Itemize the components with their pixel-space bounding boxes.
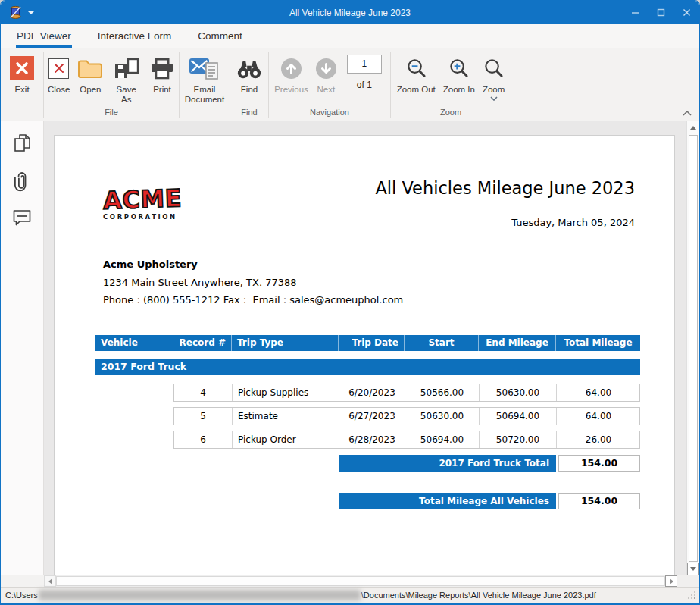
zoom-dropdown-button[interactable]: Zoom [479,51,508,101]
maximize-button[interactable] [648,1,673,24]
cell-start: 50694.00 [405,431,480,448]
ribbon-group-navigation: Previous Next 1 of 1 Navigation [269,48,390,121]
next-page-button[interactable]: Next [312,51,340,95]
email-document-button[interactable]: Email Document [180,51,230,105]
email-document-icon [189,56,220,81]
attachments-panel-button[interactable] [10,168,34,193]
vertical-scroll-thumb[interactable] [689,135,698,562]
cell-trip-type: Estimate [233,408,339,425]
header-start-mileage: Start Mileage [405,335,479,351]
group-total-value: 154.00 [558,455,640,472]
cell-total: 26.00 [557,431,640,448]
save-as-button[interactable]: Save As [107,51,145,105]
document-view-area[interactable]: ACME CORPORATION All Vehicles Mileage Ju… [44,121,686,575]
scroll-up-button[interactable] [687,121,699,134]
group-label-zoom: Zoom [391,107,511,121]
cell-start: 50630.00 [405,408,480,425]
pages-icon [13,133,32,153]
cell-end: 50630.00 [480,384,557,401]
tab-interactive-form[interactable]: Interactive Form [97,24,173,48]
ribbon-group-exit: Exit [1,48,43,121]
zoom-out-icon [405,58,427,80]
vertical-scrollbar[interactable] [686,121,699,575]
scroll-left-button[interactable] [44,575,56,587]
group-label-navigation: Navigation [269,107,390,121]
cell-record: 4 [174,384,233,401]
cell-end: 50694.00 [480,408,557,425]
cell-trip-date: 6/27/2023 [339,408,405,425]
tab-pdf-viewer[interactable]: PDF Viewer [16,24,72,48]
grand-total-row: Total Mileage All Vehicles 154.00 [339,493,640,509]
zoom-in-button[interactable]: Zoom In [439,51,479,95]
cell-trip-type: Pickup Order [233,431,339,448]
pages-panel-button[interactable] [10,131,34,155]
resize-grip[interactable] [694,597,695,599]
table-row: 4 Pickup Supplies 6/20/2023 50566.00 506… [173,384,640,402]
cell-total: 64.00 [557,384,640,401]
company-address: 1234 Main Street Anywhere, TX. 77388 [103,277,297,288]
redacted-username [39,590,361,600]
vehicle-group-band: 2017 Ford Truck [95,359,640,375]
find-button[interactable]: Find [233,51,266,95]
close-window-button[interactable] [673,1,699,24]
header-total-mileage: Total Mileage [556,335,640,351]
ribbon: Exit Close [1,48,699,121]
chevron-down-icon [490,96,498,101]
header-end-mileage: End Mileage [479,335,556,351]
left-panel-bar [1,121,44,575]
cell-end: 50720.00 [480,431,557,448]
header-trip-type: Trip Type [232,335,339,351]
open-folder-icon [77,58,103,79]
print-icon [149,58,175,80]
print-button[interactable]: Print [145,51,179,95]
scroll-right-button[interactable] [665,575,677,587]
pdf-page: ACME CORPORATION All Vehicles Mileage Ju… [54,135,675,575]
horizontal-scrollbar[interactable] [1,575,699,587]
window-title: All Vehicle Mileage June 2023 [1,8,699,18]
cell-record: 5 [174,408,233,425]
ribbon-group-file: Close Open [44,48,179,121]
grand-total-value: 154.00 [558,493,640,509]
exit-button[interactable]: Exit [6,51,38,95]
previous-page-button[interactable]: Previous [270,51,312,95]
group-separator [511,52,511,118]
close-doc-icon [48,58,69,79]
table-row: 5 Estimate 6/27/2023 50630.00 50694.00 6… [173,407,640,425]
scroll-down-button[interactable] [687,563,699,575]
table-header-row: Vehicle Record # Trip Type Trip Date Sta… [95,335,640,351]
comments-panel-button[interactable] [10,205,34,230]
horizontal-scroll-thumb[interactable] [56,576,665,586]
exit-icon [10,56,34,80]
close-button[interactable]: Close [44,51,73,95]
collapse-ribbon-button[interactable] [680,108,694,118]
group-label-find: Find [230,107,268,121]
paperclip-icon [14,170,30,192]
tab-comment[interactable]: Comment [197,24,243,48]
cell-record: 6 [174,431,233,448]
group-total-label: 2017 Ford Truck Total [339,455,556,472]
group-total-row: 2017 Ford Truck Total 154.00 [339,455,640,472]
minimize-button[interactable] [622,1,648,24]
cell-start: 50566.00 [405,384,480,401]
acme-logo: ACME CORPORATION [103,187,182,221]
report-date: Tuesday, March 05, 2024 [511,217,635,228]
cell-total: 64.00 [557,408,640,425]
table-row: 6 Pickup Order 6/28/2023 50694.00 50720.… [173,431,640,449]
report-title: All Vehicles Mileage June 2023 [375,178,635,198]
page-number-input[interactable]: 1 [347,55,382,74]
open-button[interactable]: Open [73,51,107,95]
page-number-widget: 1 of 1 [340,51,389,90]
ribbon-group-email: Email Document [180,48,230,121]
find-binoculars-icon [236,58,262,80]
header-trip-date: Trip Date [339,335,405,351]
cell-trip-type: Pickup Supplies [233,384,339,401]
grand-total-label: Total Mileage All Vehicles [339,493,556,509]
group-label-file: File [44,107,179,121]
arrow-up-circle-icon [281,58,302,79]
title-bar: All Vehicle Mileage June 2023 [1,1,699,24]
page-count-label: of 1 [357,80,372,90]
zoom-out-button[interactable]: Zoom Out [393,51,439,95]
status-bar: C:\Users \Documents\Mileage Reports\All … [1,587,699,603]
arrow-down-circle-icon [316,58,336,79]
ribbon-group-zoom: Zoom Out Zoom In [391,48,511,121]
